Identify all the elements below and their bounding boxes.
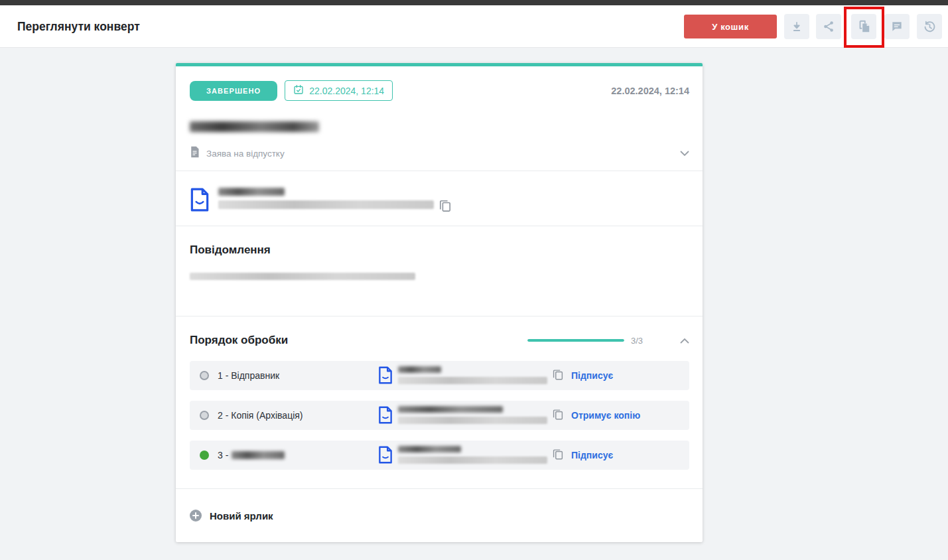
copy-icon bbox=[856, 19, 871, 34]
plus-icon[interactable] bbox=[190, 510, 202, 522]
copy-envelope-button[interactable] bbox=[851, 14, 876, 39]
processing-step-row: 1 - Відправник Підписує bbox=[190, 361, 689, 390]
share-icon bbox=[822, 20, 835, 33]
chevron-down-icon[interactable] bbox=[680, 147, 689, 159]
page-title: Переглянути конверт bbox=[17, 19, 140, 33]
step-label: 1 - Відправник bbox=[218, 370, 279, 381]
copy-step-icon[interactable] bbox=[553, 408, 563, 423]
copy-step-icon[interactable] bbox=[553, 448, 563, 463]
step-name-redacted bbox=[398, 366, 441, 373]
history-icon bbox=[923, 20, 937, 34]
date-chip-label: 22.02.2024, 12:14 bbox=[309, 86, 384, 96]
download-button[interactable] bbox=[784, 14, 809, 39]
processing-steps: 1 - Відправник Підписує 2 - Копія (Архів… bbox=[190, 361, 689, 470]
step-status-dot bbox=[200, 371, 209, 380]
file-name-redacted bbox=[218, 188, 434, 209]
step-key-redacted bbox=[398, 456, 547, 464]
labels-section[interactable]: Новий ярлик bbox=[176, 489, 703, 542]
progress-label: 3/3 bbox=[631, 336, 643, 346]
message-title: Повідомлення bbox=[190, 244, 689, 257]
processing-progress: 3/3 bbox=[527, 334, 689, 346]
envelope-summary-section: ЗАВЕРШЕНО 22.02.2024, 12:14 22.02.2024, … bbox=[176, 66, 703, 171]
file-icon bbox=[190, 188, 210, 214]
completed-date: 22.02.2024, 12:14 bbox=[611, 86, 689, 96]
step-key-redacted bbox=[398, 417, 547, 424]
step-signer-redacted bbox=[378, 446, 547, 464]
page-body: ЗАВЕРШЕНО 22.02.2024, 12:14 22.02.2024, … bbox=[0, 63, 948, 560]
file-title-redacted bbox=[218, 188, 285, 196]
processing-header: Порядок обробки 3/3 bbox=[190, 334, 689, 347]
step-actions: Підписує bbox=[553, 361, 613, 390]
step-role-link[interactable]: Отримує копію bbox=[571, 410, 640, 421]
download-icon bbox=[790, 20, 803, 33]
message-section: Повідомлення bbox=[176, 226, 703, 316]
comments-button[interactable] bbox=[884, 14, 910, 39]
history-button[interactable] bbox=[917, 14, 942, 39]
new-label-button[interactable]: Новий ярлик bbox=[210, 510, 273, 522]
step-signer-redacted bbox=[378, 366, 547, 384]
copy-step-icon[interactable] bbox=[553, 368, 563, 384]
processing-step-row: 2 - Копія (Архівація) Отримує копію bbox=[190, 401, 689, 430]
step-status-dot bbox=[200, 451, 209, 460]
trash-button[interactable]: У кошик bbox=[684, 15, 777, 38]
calendar-check-icon bbox=[293, 84, 304, 97]
step-role-link[interactable]: Підписує bbox=[571, 450, 613, 460]
progress-bar-fill bbox=[527, 339, 624, 342]
step-key-redacted bbox=[398, 377, 547, 384]
date-chip: 22.02.2024, 12:14 bbox=[285, 80, 393, 101]
status-badge: ЗАВЕРШЕНО bbox=[190, 81, 277, 101]
chevron-up-icon[interactable] bbox=[680, 334, 689, 346]
document-icon bbox=[190, 146, 200, 161]
file-hash-redacted bbox=[218, 200, 434, 209]
processing-order-section: Порядок обробки 3/3 1 - Відправник bbox=[176, 316, 703, 489]
browser-top-bar bbox=[0, 0, 948, 5]
progress-bar bbox=[527, 339, 624, 342]
step-status-dot bbox=[200, 411, 209, 420]
processing-title: Порядок обробки bbox=[190, 334, 288, 347]
share-button[interactable] bbox=[816, 14, 841, 39]
step-label: 3 - bbox=[218, 450, 285, 460]
step-label-redacted bbox=[232, 451, 285, 459]
step-actions: Отримує копію bbox=[553, 401, 640, 430]
page-header: Переглянути конверт У кошик bbox=[0, 5, 948, 48]
step-role-link[interactable]: Підписує bbox=[571, 370, 613, 381]
status-row: ЗАВЕРШЕНО 22.02.2024, 12:14 22.02.2024, … bbox=[190, 80, 689, 101]
message-text-redacted bbox=[190, 273, 415, 280]
envelope-subject: Заява на відпустку bbox=[206, 149, 285, 159]
step-name-redacted bbox=[398, 406, 503, 413]
document-section bbox=[176, 171, 703, 226]
step-actions: Підписує bbox=[553, 441, 613, 470]
subject-row[interactable]: Заява на відпустку bbox=[190, 146, 689, 161]
step-label: 2 - Копія (Архівація) bbox=[218, 410, 303, 421]
step-signer-redacted bbox=[378, 406, 547, 424]
processing-step-row: 3 - Підписує bbox=[190, 441, 689, 470]
comment-icon bbox=[890, 20, 904, 33]
envelope-card: ЗАВЕРШЕНО 22.02.2024, 12:14 22.02.2024, … bbox=[176, 63, 703, 542]
copy-file-id-icon[interactable] bbox=[439, 199, 451, 215]
step-name-redacted bbox=[398, 446, 461, 453]
envelope-author-redacted bbox=[190, 121, 319, 132]
